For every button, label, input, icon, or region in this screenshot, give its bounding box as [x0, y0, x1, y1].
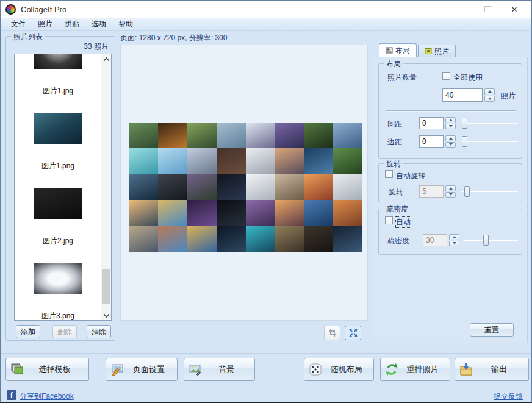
collage-photo[interactable]	[217, 148, 246, 174]
spin-up-icon[interactable]	[445, 117, 456, 123]
collage-photo[interactable]	[217, 200, 246, 226]
collage-photo[interactable]	[304, 123, 333, 148]
density-slider[interactable]	[464, 235, 518, 246]
spacing-input[interactable]	[419, 117, 444, 129]
rotation-spinner[interactable]	[445, 185, 456, 198]
maximize-button[interactable]	[474, 1, 501, 18]
spin-up-icon[interactable]	[449, 234, 459, 240]
collage-photo[interactable]	[246, 123, 275, 148]
crop-button[interactable]	[324, 326, 340, 340]
collage-photo[interactable]	[333, 200, 362, 226]
spin-down-icon[interactable]	[445, 192, 456, 198]
spin-up-icon[interactable]	[445, 135, 456, 141]
collage-photo[interactable]	[187, 226, 217, 252]
photo-list-item[interactable]: 图片2.jpg	[15, 188, 101, 263]
menu-photo[interactable]: 照片	[32, 17, 59, 31]
menu-options[interactable]: 选项	[85, 17, 112, 31]
collage-photo[interactable]	[333, 123, 362, 148]
photo-count-spinner[interactable]	[484, 88, 495, 102]
collage-photo[interactable]	[304, 148, 333, 174]
share-facebook-link[interactable]: 分享到Facebook	[20, 391, 74, 402]
collage-photo[interactable]	[275, 148, 304, 174]
collage-photo[interactable]	[275, 174, 304, 200]
auto-rotate-checkbox[interactable]	[385, 170, 393, 178]
spin-up-icon[interactable]	[484, 88, 495, 95]
spacing-spinner[interactable]	[445, 117, 456, 129]
spin-up-icon[interactable]	[445, 185, 456, 191]
menu-collage[interactable]: 拼贴	[59, 17, 85, 31]
collage-photo[interactable]	[187, 200, 217, 226]
slider-thumb[interactable]	[464, 186, 470, 197]
photo-count-input[interactable]	[442, 88, 483, 102]
collage-photo[interactable]	[304, 174, 333, 200]
collage-photo[interactable]	[158, 226, 187, 252]
collage-photo[interactable]	[129, 174, 158, 200]
collage-photo[interactable]	[158, 123, 187, 148]
collage-photo[interactable]	[158, 148, 187, 174]
margin-spinner[interactable]	[445, 135, 456, 148]
auto-density-checkbox[interactable]	[385, 216, 393, 224]
photo-list-item[interactable]: 图片1.png	[15, 113, 101, 188]
tab-layout[interactable]: 布局	[379, 43, 417, 57]
submit-feedback-link[interactable]: 提交反馈	[494, 391, 523, 402]
collage-photo[interactable]	[304, 200, 333, 226]
spin-down-icon[interactable]	[449, 241, 459, 247]
tab-photo[interactable]: 照片	[418, 45, 456, 57]
collage-grid[interactable]	[129, 123, 362, 252]
collage-photo[interactable]	[129, 226, 158, 252]
collage-photo[interactable]	[187, 174, 217, 200]
collage-photo[interactable]	[217, 123, 246, 148]
list-scrollbar[interactable]	[101, 54, 111, 320]
scrollbar-thumb[interactable]	[102, 269, 110, 304]
photo-list-item[interactable]: 图片3.png	[15, 263, 101, 321]
background-button[interactable]: 背景	[184, 358, 255, 381]
collage-photo[interactable]	[246, 148, 275, 174]
collage-photo[interactable]	[275, 123, 304, 148]
spin-down-icon[interactable]	[445, 124, 456, 130]
margin-input[interactable]	[419, 135, 444, 148]
collage-photo[interactable]	[187, 123, 217, 148]
rotation-slider[interactable]	[461, 186, 518, 197]
collage-photo[interactable]	[275, 200, 304, 226]
scroll-down-icon[interactable]	[101, 310, 112, 320]
slider-thumb[interactable]	[462, 136, 467, 147]
collage-photo[interactable]	[129, 200, 158, 226]
collage-photo[interactable]	[217, 226, 246, 252]
spacing-slider[interactable]	[462, 118, 518, 129]
collage-photo[interactable]	[158, 200, 187, 226]
slider-thumb[interactable]	[462, 118, 467, 129]
collage-photo[interactable]	[333, 148, 362, 174]
photo-list-item[interactable]: 图片1.jpg	[15, 54, 101, 113]
close-button[interactable]: ✕	[501, 1, 528, 18]
collage-photo[interactable]	[246, 200, 275, 226]
page-setup-button[interactable]: 页面设置	[106, 358, 178, 381]
add-button[interactable]: 添加	[16, 325, 40, 338]
select-template-button[interactable]: 选择模板	[5, 358, 89, 381]
collage-photo[interactable]	[246, 174, 275, 200]
delete-button[interactable]: 删除	[52, 325, 77, 338]
collage-photo[interactable]	[333, 226, 362, 252]
slider-thumb[interactable]	[483, 235, 489, 246]
random-layout-button[interactable]: 随机布局	[304, 358, 374, 381]
spin-down-icon[interactable]	[484, 96, 495, 102]
fit-window-button[interactable]	[345, 326, 361, 340]
menu-help[interactable]: 帮助	[112, 17, 139, 31]
menu-file[interactable]: 文件	[5, 17, 32, 31]
scroll-up-icon[interactable]	[101, 54, 112, 64]
margin-slider[interactable]	[462, 136, 518, 147]
collage-photo[interactable]	[275, 226, 304, 252]
minimize-button[interactable]: —	[447, 1, 474, 18]
spin-down-icon[interactable]	[445, 142, 456, 148]
collage-photo[interactable]	[304, 226, 333, 252]
collage-photo[interactable]	[158, 174, 187, 200]
collage-photo[interactable]	[187, 148, 217, 174]
density-input[interactable]	[423, 234, 447, 246]
collage-photo[interactable]	[129, 148, 158, 174]
density-spinner[interactable]	[449, 234, 459, 246]
reset-button[interactable]: 重置	[470, 323, 514, 337]
collage-photo[interactable]	[333, 174, 362, 200]
rotation-input[interactable]	[419, 185, 444, 198]
collage-photo[interactable]	[129, 123, 158, 148]
collage-photo[interactable]	[246, 226, 275, 252]
output-button[interactable]: 输出	[455, 358, 529, 381]
